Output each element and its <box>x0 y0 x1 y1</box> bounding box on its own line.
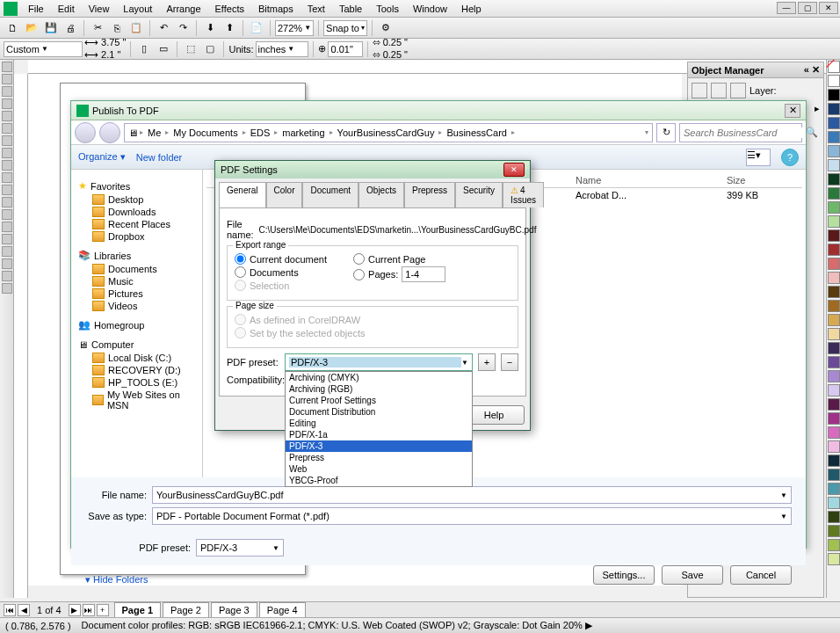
portrait-icon[interactable]: ▯ <box>135 40 153 58</box>
save-button[interactable]: Save <box>662 565 723 585</box>
undo-icon[interactable]: ↶ <box>155 19 172 37</box>
menu-text[interactable]: Text <box>301 2 332 16</box>
docker-close-icon[interactable]: ✕ <box>812 64 820 75</box>
hide-folders-link[interactable]: ▾ Hide Folders <box>71 571 162 589</box>
radio-documents[interactable] <box>235 266 246 278</box>
minimize-button[interactable]: — <box>777 2 796 14</box>
pdf-settings-titlebar[interactable]: PDF Settings ✕ <box>215 161 530 178</box>
color-swatch[interactable] <box>828 201 840 214</box>
homegroup-header[interactable]: Homegroup <box>94 320 144 331</box>
copy-icon[interactable]: ⎘ <box>108 19 126 37</box>
smart-fill-icon[interactable] <box>2 123 12 134</box>
color-swatch[interactable] <box>828 356 840 368</box>
layer-mgr-icon[interactable] <box>711 83 727 98</box>
remove-preset-button[interactable]: − <box>501 353 518 371</box>
color-swatch[interactable] <box>828 483 840 495</box>
docker-collapse-icon[interactable]: « <box>804 64 809 75</box>
snap-combo[interactable]: Snap to▾ <box>323 20 367 36</box>
favorites-header[interactable]: Favorites <box>91 181 130 192</box>
color-swatch[interactable] <box>828 117 840 129</box>
export-icon[interactable]: ⬆ <box>221 19 238 37</box>
dd-item[interactable]: Web <box>286 463 472 475</box>
color-swatch[interactable] <box>828 229 840 242</box>
dd-item[interactable]: Document Distribution <box>286 406 472 418</box>
radio-pages[interactable] <box>353 269 365 280</box>
column-size[interactable]: Size <box>727 175 802 186</box>
tab-color[interactable]: Color <box>266 182 303 207</box>
menu-tools[interactable]: Tools <box>369 2 406 16</box>
paste-icon[interactable]: 📋 <box>127 19 145 37</box>
tab-prepress[interactable]: Prepress <box>404 182 455 207</box>
nav-forward-button[interactable] <box>99 122 120 143</box>
search-input[interactable] <box>684 127 806 138</box>
publish-close-button[interactable]: ✕ <box>785 104 800 118</box>
color-swatch[interactable] <box>828 300 840 312</box>
color-swatch[interactable] <box>828 75 840 87</box>
save-as-type-combo[interactable]: PDF - Portable Document Format (*.pdf)▼ <box>152 507 792 525</box>
breadcrumb-item[interactable]: Me <box>145 127 163 138</box>
text-tool-icon[interactable] <box>2 185 12 195</box>
all-pages-icon[interactable]: ⬚ <box>182 40 199 58</box>
tree-item-c[interactable]: Local Disk (C:) <box>75 352 199 364</box>
tree-item-pictures[interactable]: Pictures <box>75 287 199 300</box>
color-swatch[interactable] <box>828 244 840 256</box>
units-combo[interactable]: inches▼ <box>256 41 308 57</box>
breadcrumb-item[interactable]: My Documents <box>170 127 240 138</box>
redo-icon[interactable]: ↷ <box>174 19 192 37</box>
color-swatch[interactable] <box>828 539 840 551</box>
color-swatch[interactable] <box>828 159 840 171</box>
radio-current-document[interactable] <box>235 253 246 265</box>
color-swatch[interactable] <box>828 258 840 270</box>
fill-icon[interactable] <box>2 271 12 281</box>
crop-tool-icon[interactable] <box>2 86 12 97</box>
current-page-icon[interactable]: ▢ <box>201 40 219 58</box>
zoom-tool-icon[interactable] <box>2 98 12 109</box>
dd-item[interactable]: YBCG-Proof <box>286 475 472 486</box>
color-swatch[interactable] <box>828 412 840 425</box>
color-swatch[interactable] <box>828 497 840 509</box>
freehand-tool-icon[interactable] <box>2 111 12 121</box>
color-swatch[interactable] <box>828 398 840 411</box>
layer-view-icon[interactable] <box>730 83 746 98</box>
breadcrumb-item[interactable]: YourBusinessCardGuy <box>335 127 438 138</box>
new-icon[interactable]: 🗋 <box>4 19 21 37</box>
tree-item-dropbox[interactable]: Dropbox <box>75 230 199 243</box>
save-icon[interactable]: 💾 <box>42 19 60 37</box>
first-page-button[interactable]: ⏮ <box>4 604 16 616</box>
color-swatch[interactable] <box>828 370 840 382</box>
table-tool-icon[interactable] <box>2 197 12 207</box>
open-icon[interactable]: 📂 <box>23 19 40 37</box>
tab-issues[interactable]: 4 Issues <box>503 182 544 207</box>
menu-bitmaps[interactable]: Bitmaps <box>251 2 301 16</box>
dd-item[interactable]: Prepress <box>286 452 472 463</box>
color-swatch[interactable] <box>828 131 840 143</box>
search-icon[interactable]: 🔍 <box>806 127 818 138</box>
prev-page-button[interactable]: ◀ <box>18 604 30 616</box>
color-swatch[interactable] <box>828 145 840 157</box>
color-swatch[interactable] <box>828 384 840 397</box>
ellipse-tool-icon[interactable] <box>2 148 12 158</box>
breadcrumb-bar[interactable]: 🖥▸ Me▸ My Documents▸ EDS▸ marketing▸ You… <box>124 123 653 142</box>
pdf-preset-combo-outer[interactable]: PDF/X-3▼ <box>196 539 284 557</box>
eyedropper-icon[interactable] <box>2 246 12 257</box>
pdf-preset-combo[interactable]: PDF/X-3 ▼ Archiving (CMYK) Archiving (RG… <box>285 353 473 371</box>
tab-document[interactable]: Document <box>302 182 358 207</box>
import-icon[interactable]: ⬇ <box>201 19 219 37</box>
tree-item-desktop[interactable]: Desktop <box>75 193 199 206</box>
page-tab-4[interactable]: Page 4 <box>259 602 306 618</box>
nudge-input[interactable] <box>328 41 363 57</box>
add-page-button[interactable]: + <box>97 604 109 616</box>
tab-general[interactable]: General <box>219 182 266 207</box>
dd-item-highlighted[interactable]: PDF/X-3 <box>286 440 472 452</box>
last-page-button[interactable]: ⏭ <box>83 604 95 616</box>
add-preset-button[interactable]: + <box>478 353 496 371</box>
view-mode-button[interactable]: ☰▾ <box>746 149 771 166</box>
page-preset-combo[interactable]: Custom▼ <box>4 41 83 57</box>
color-swatch[interactable] <box>828 286 840 298</box>
pages-range-input[interactable] <box>402 266 445 282</box>
search-box[interactable]: 🔍 <box>679 123 802 142</box>
menu-window[interactable]: Window <box>406 2 454 16</box>
dd-item[interactable]: Archiving (RGB) <box>286 383 472 395</box>
dd-item[interactable]: Archiving (CMYK) <box>286 372 472 383</box>
color-swatch[interactable] <box>828 426 840 439</box>
